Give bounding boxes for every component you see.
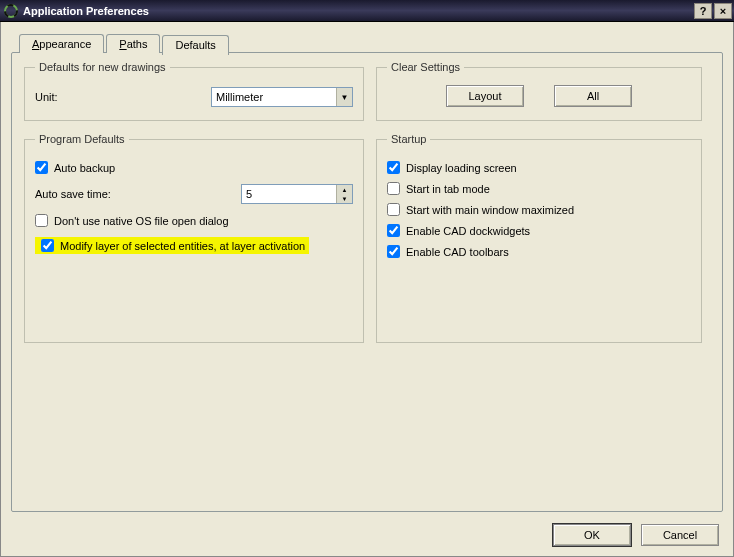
app-icon (4, 4, 18, 18)
group-clear-settings: Clear Settings Layout All (376, 61, 702, 121)
no-native-dialog-checkbox[interactable] (35, 214, 48, 227)
unit-select[interactable]: Millimeter ▼ (211, 87, 353, 107)
checkbox-label: Display loading screen (406, 162, 517, 174)
toolbars-checkbox[interactable] (387, 245, 400, 258)
group-startup: Startup Display loading screen Start in … (376, 133, 702, 343)
close-button[interactable]: × (714, 3, 732, 19)
checkbox-label: Auto backup (54, 162, 115, 174)
checkbox-label: Start with main window maximized (406, 204, 574, 216)
tab-row: Appearance Paths Defaults (11, 32, 723, 53)
modify-layer-highlight: Modify layer of selected entities, at la… (35, 237, 309, 254)
button-label: OK (584, 529, 600, 541)
help-button[interactable]: ? (694, 3, 712, 19)
group-defaults-new-drawings: Defaults for new drawings Unit: Millimet… (24, 61, 364, 121)
autosave-value: 5 (242, 185, 336, 203)
tab-page-defaults: Defaults for new drawings Unit: Millimet… (11, 52, 723, 512)
tab-mode-checkbox[interactable] (387, 182, 400, 195)
tab-paths[interactable]: Paths (106, 34, 160, 53)
close-icon: × (720, 5, 726, 17)
group-legend: Program Defaults (35, 133, 129, 145)
titlebar: Application Preferences ? × (0, 0, 734, 22)
ok-button[interactable]: OK (553, 524, 631, 546)
cancel-button[interactable]: Cancel (641, 524, 719, 546)
maximized-checkbox[interactable] (387, 203, 400, 216)
group-legend: Defaults for new drawings (35, 61, 170, 73)
modify-layer-checkbox[interactable] (41, 239, 54, 252)
help-icon: ? (700, 5, 707, 17)
autobackup-checkbox[interactable] (35, 161, 48, 174)
dockwidgets-checkbox[interactable] (387, 224, 400, 237)
group-legend: Clear Settings (387, 61, 464, 73)
button-label: All (587, 90, 599, 102)
window-title: Application Preferences (23, 5, 694, 17)
checkbox-label: Enable CAD dockwidgets (406, 225, 530, 237)
client-area: Appearance Paths Defaults Defaults for n… (0, 22, 734, 557)
checkbox-label: Enable CAD toolbars (406, 246, 509, 258)
tab-appearance[interactable]: Appearance (19, 34, 104, 53)
group-legend: Startup (387, 133, 430, 145)
button-label: Cancel (663, 529, 697, 541)
chevron-down-icon: ▼ (336, 88, 352, 106)
tab-defaults[interactable]: Defaults (162, 35, 228, 55)
checkbox-label: Modify layer of selected entities, at la… (60, 240, 305, 252)
autosave-label: Auto save time: (35, 188, 111, 200)
loading-screen-checkbox[interactable] (387, 161, 400, 174)
layout-button[interactable]: Layout (446, 85, 524, 107)
spin-up-icon[interactable]: ▲ (336, 185, 352, 194)
unit-value: Millimeter (216, 91, 263, 103)
unit-label: Unit: (35, 91, 58, 103)
autosave-spinbox[interactable]: 5 ▲ ▼ (241, 184, 353, 204)
tab-label: Appearance (32, 38, 91, 50)
tab-label: Paths (119, 38, 147, 50)
tab-label: Defaults (175, 39, 215, 51)
spin-down-icon[interactable]: ▼ (336, 194, 352, 203)
dialog-buttons: OK Cancel (553, 524, 719, 546)
group-program-defaults: Program Defaults Auto backup Auto save t… (24, 133, 364, 343)
checkbox-label: Start in tab mode (406, 183, 490, 195)
all-button[interactable]: All (554, 85, 632, 107)
checkbox-label: Don't use native OS file open dialog (54, 215, 229, 227)
button-label: Layout (468, 90, 501, 102)
